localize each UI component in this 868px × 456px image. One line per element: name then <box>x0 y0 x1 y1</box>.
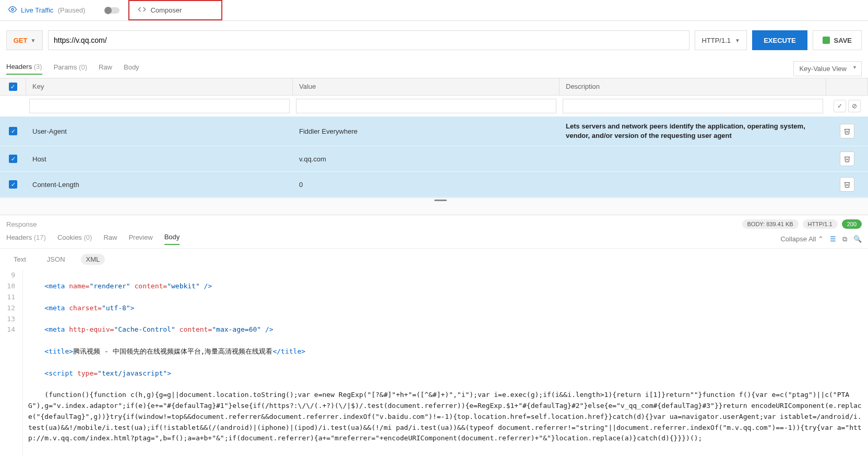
header-value: 0 <box>293 181 560 189</box>
collapse-all-button[interactable]: Collapse All ⌃ <box>780 235 824 243</box>
format-icon[interactable]: ☰ <box>830 235 836 243</box>
col-value: Value <box>293 78 560 95</box>
tab-live-traffic[interactable]: Live Traffic (Paused) <box>0 0 128 20</box>
save-label: SAVE <box>834 37 852 44</box>
response-label: Response <box>6 220 37 228</box>
body-tab-json[interactable]: JSON <box>42 254 70 265</box>
code-view: 91011121314 <meta name="renderer" conten… <box>0 270 868 456</box>
response-subtabs: Headers (17) Cookies (0) Raw Preview Bod… <box>0 233 868 249</box>
http-version-select[interactable]: HTTP/1.1 ▼ <box>695 30 747 50</box>
live-traffic-toggle[interactable] <box>105 7 120 14</box>
body-format-tabs: Text JSON XML <box>0 249 868 270</box>
save-button[interactable]: SAVE <box>813 30 862 50</box>
body-size-pill: BODY: 839.41 KB <box>742 219 799 229</box>
new-value-input[interactable] <box>296 99 556 113</box>
method-select[interactable]: GET ▼ <box>6 30 43 50</box>
delete-button[interactable] <box>840 124 854 138</box>
header-key: User-Agent <box>26 127 293 135</box>
tab-raw[interactable]: Raw <box>99 63 112 74</box>
composer-label: Composer <box>150 6 182 14</box>
row-checkbox[interactable]: ✓ <box>9 155 17 163</box>
cancel-icon[interactable]: ⊘ <box>848 100 861 112</box>
chevron-up-icon: ⌃ <box>818 235 824 243</box>
proto-pill: HTTP/1.1 <box>803 219 838 229</box>
http-version-value: HTTP/1.1 <box>701 37 731 44</box>
request-subtabs: Headers (3) Params (0) Raw Body Key-Valu… <box>0 60 868 78</box>
row-checkbox[interactable]: ✓ <box>9 127 17 135</box>
delete-button[interactable] <box>840 151 854 166</box>
select-all-checkbox[interactable]: ✓ <box>9 83 17 91</box>
tab-params[interactable]: Params (0) <box>54 63 87 74</box>
code-content[interactable]: <meta name="renderer" content="webkit" /… <box>28 270 864 456</box>
copy-icon[interactable]: ⧉ <box>842 235 847 243</box>
new-key-input[interactable] <box>29 99 290 113</box>
resp-tab-preview[interactable]: Preview <box>128 233 152 244</box>
paused-label: (Paused) <box>58 6 86 14</box>
new-description-input[interactable] <box>563 99 823 113</box>
live-traffic-label: Live Traffic <box>21 6 54 14</box>
header-value: Fiddler Everywhere <box>293 127 560 135</box>
resp-tab-raw[interactable]: Raw <box>103 233 117 244</box>
body-tab-text[interactable]: Text <box>8 254 31 265</box>
tab-body[interactable]: Body <box>124 63 139 74</box>
header-row[interactable]: ✓ Content-Length 0 <box>0 172 868 197</box>
pane-splitter[interactable] <box>0 197 868 215</box>
col-key: Key <box>26 78 293 95</box>
header-key: Host <box>26 155 293 163</box>
row-checkbox[interactable]: ✓ <box>9 180 17 189</box>
request-bar: GET ▼ HTTP/1.1 ▼ EXECUTE SAVE <box>0 21 868 60</box>
eye-icon <box>8 5 17 15</box>
url-input[interactable] <box>48 30 689 50</box>
header-desc: Lets servers and network peers identify … <box>560 122 826 141</box>
new-header-row: ✓ ⊘ <box>0 96 868 116</box>
svg-point-0 <box>11 8 14 10</box>
line-gutter: 91011121314 <box>4 270 23 456</box>
body-tab-xml[interactable]: XML <box>81 254 105 265</box>
response-title-bar: Response BODY: 839.41 KB HTTP/1.1 200 <box>0 215 868 233</box>
col-description: Description <box>560 78 826 95</box>
save-icon <box>823 37 830 44</box>
status-pill: 200 <box>842 219 862 229</box>
confirm-icon[interactable]: ✓ <box>834 100 846 112</box>
caret-down-icon: ▼ <box>735 38 740 43</box>
resp-tab-cookies[interactable]: Cookies (0) <box>57 233 92 244</box>
top-tabs: Live Traffic (Paused) Composer <box>0 0 868 21</box>
search-icon[interactable]: 🔍 <box>853 235 862 243</box>
code-icon <box>138 5 146 15</box>
tab-composer[interactable]: Composer <box>128 0 222 20</box>
resp-tab-headers[interactable]: Headers (17) <box>6 233 46 244</box>
method-value: GET <box>14 37 28 44</box>
header-key: Content-Length <box>26 181 293 189</box>
view-mode-select[interactable]: Key-Value View <box>793 61 862 76</box>
resp-tab-body[interactable]: Body <box>164 233 180 245</box>
header-row[interactable]: ✓ User-Agent Fiddler Everywhere Lets ser… <box>0 116 868 146</box>
execute-button[interactable]: EXECUTE <box>752 30 807 50</box>
caret-down-icon: ▼ <box>30 38 35 43</box>
header-value: v.qq.com <box>293 155 560 163</box>
headers-table-head: ✓ Key Value Description <box>0 78 868 96</box>
header-row[interactable]: ✓ Host v.qq.com <box>0 146 868 172</box>
tab-headers[interactable]: Headers (3) <box>6 63 42 75</box>
delete-button[interactable] <box>840 177 854 192</box>
